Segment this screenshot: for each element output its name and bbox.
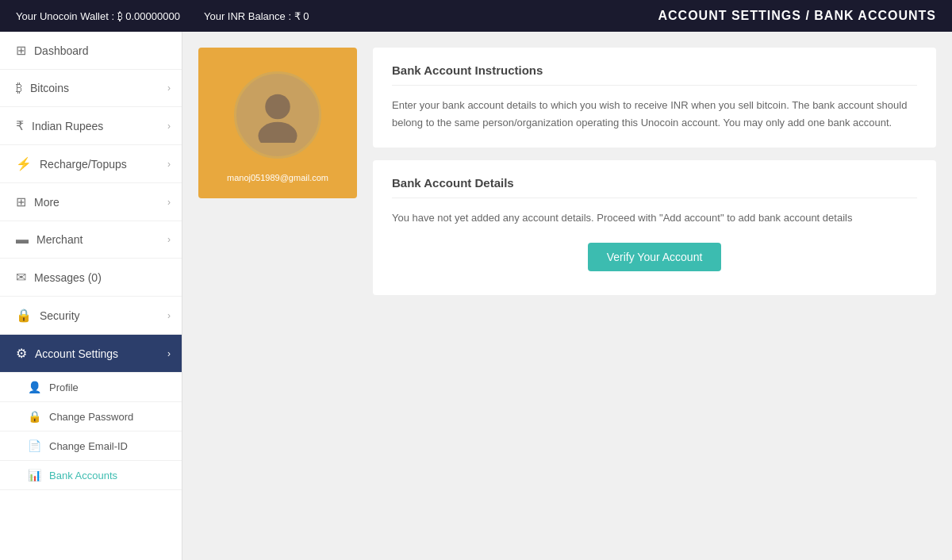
table-icon: 📊 xyxy=(28,469,41,481)
envelope-icon: ✉ xyxy=(16,270,26,285)
instructions-card-title: Bank Account Instructions xyxy=(392,63,917,86)
details-card-title: Bank Account Details xyxy=(392,176,917,198)
sidebar-item-label: More xyxy=(34,196,60,209)
lock-small-icon: 🔒 xyxy=(28,410,41,423)
sidebar-item-label: Indian Rupees xyxy=(32,120,103,132)
chevron-right-icon: › xyxy=(167,310,171,321)
main-layout: ⊞ Dashboard ₿ Bitcoins › ₹ Indian Rupees… xyxy=(0,32,952,560)
main-content: Bank Account Instructions Enter your ban… xyxy=(373,48,936,544)
wallet-info: Your Unocoin Wallet : ₿ 0.00000000 Your … xyxy=(16,10,309,22)
content-area: manoj051989@gmail.com Bank Account Instr… xyxy=(182,32,952,560)
breadcrumb: ACCOUNT SETTINGS / BANK ACCOUNTS xyxy=(658,9,936,23)
svg-point-0 xyxy=(265,94,290,120)
sidebar-subitem-change-password[interactable]: 🔒 Change Password xyxy=(0,402,182,432)
sidebar-item-bitcoins[interactable]: ₿ Bitcoins › xyxy=(0,70,182,107)
sidebar-subitem-bank-accounts[interactable]: 📊 Bank Accounts xyxy=(0,461,182,490)
lock-icon: 🔒 xyxy=(16,308,32,323)
sidebar-subitem-change-email[interactable]: 📄 Change Email-ID xyxy=(0,432,182,461)
instructions-card: Bank Account Instructions Enter your ban… xyxy=(373,48,936,148)
doc-icon: 📄 xyxy=(28,439,41,452)
chevron-right-icon: › xyxy=(167,82,171,94)
instructions-card-text: Enter your bank account details to which… xyxy=(392,97,917,132)
gear-icon: ⚙ xyxy=(16,346,27,361)
card-icon: ▬ xyxy=(16,232,29,247)
sidebar-item-more[interactable]: ⊞ More › xyxy=(0,183,182,221)
grid-icon: ⊞ xyxy=(16,43,26,58)
chevron-right-icon: › xyxy=(167,234,171,245)
sidebar-item-label: Security xyxy=(40,309,80,322)
sidebar-item-label: Merchant xyxy=(36,233,83,246)
profile-card: manoj051989@gmail.com xyxy=(198,48,357,544)
sidebar-item-label: Messages (0) xyxy=(34,271,102,284)
inr-balance: Your INR Balance : ₹ 0 xyxy=(204,10,309,22)
subitem-label: Profile xyxy=(49,382,79,393)
sidebar-item-label: Recharge/Topups xyxy=(40,158,127,171)
no-account-text: You have not yet added any account detai… xyxy=(392,209,917,227)
sidebar-item-dashboard[interactable]: ⊞ Dashboard xyxy=(0,32,182,70)
subitem-label: Change Password xyxy=(49,411,133,423)
profile-avatar-box: manoj051989@gmail.com xyxy=(198,48,357,198)
sidebar-subitem-profile[interactable]: 👤 Profile xyxy=(0,373,182,402)
sidebar-item-label: Account Settings xyxy=(35,347,118,360)
sidebar-item-label: Dashboard xyxy=(34,44,89,57)
profile-email: manoj051989@gmail.com xyxy=(227,173,328,182)
sidebar-item-messages[interactable]: ✉ Messages (0) xyxy=(0,259,182,297)
wallet-balance: Your Unocoin Wallet : ₿ 0.00000000 xyxy=(16,10,180,22)
rupee-icon: ₹ xyxy=(16,118,24,133)
bitcoin-icon: ₿ xyxy=(16,81,22,95)
lightning-icon: ⚡ xyxy=(16,156,32,171)
person-icon: 👤 xyxy=(28,381,41,393)
sidebar-item-account-settings[interactable]: ⚙ Account Settings › xyxy=(0,335,182,373)
sidebar-item-merchant[interactable]: ▬ Merchant › xyxy=(0,221,182,259)
sidebar-item-indian-rupees[interactable]: ₹ Indian Rupees › xyxy=(0,107,182,145)
avatar xyxy=(234,71,321,159)
chevron-right-icon: › xyxy=(167,348,171,359)
svg-point-1 xyxy=(259,122,298,143)
sidebar: ⊞ Dashboard ₿ Bitcoins › ₹ Indian Rupees… xyxy=(0,32,182,560)
chevron-right-icon: › xyxy=(167,197,171,208)
avatar-silhouette xyxy=(250,87,305,143)
chevron-right-icon: › xyxy=(167,159,171,170)
subitem-label: Bank Accounts xyxy=(49,470,117,481)
chevron-right-icon: › xyxy=(167,121,171,132)
plus-box-icon: ⊞ xyxy=(16,194,26,209)
top-header: Your Unocoin Wallet : ₿ 0.00000000 Your … xyxy=(0,0,952,32)
sidebar-item-label: Bitcoins xyxy=(30,82,69,94)
details-card: Bank Account Details You have not yet ad… xyxy=(373,160,936,295)
verify-account-button[interactable]: Verify Your Account xyxy=(588,243,722,271)
subitem-label: Change Email-ID xyxy=(49,440,128,452)
sidebar-item-recharge[interactable]: ⚡ Recharge/Topups › xyxy=(0,145,182,183)
sidebar-item-security[interactable]: 🔒 Security › xyxy=(0,297,182,335)
